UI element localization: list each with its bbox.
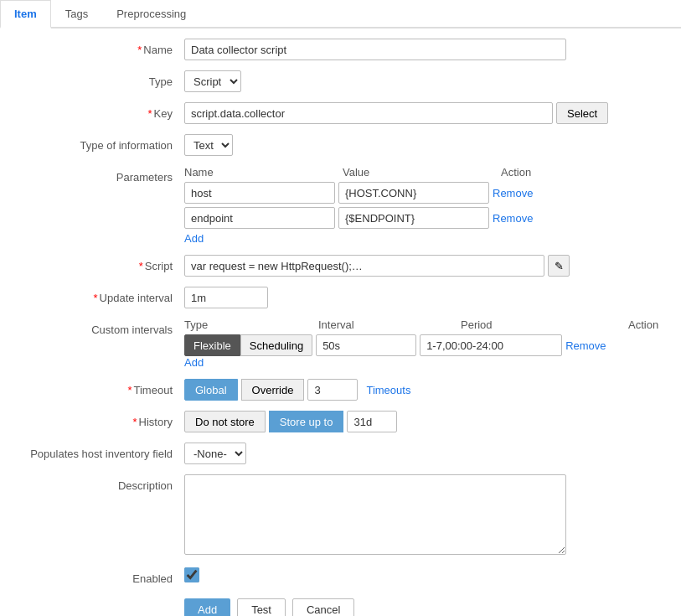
type-select[interactable]: Script <box>184 70 241 92</box>
timeout-row-inner: Global Override Timeouts <box>184 379 664 401</box>
key-row-inner: Select <box>184 102 664 124</box>
update-interval-required-star: * <box>93 292 97 304</box>
enabled-row: Enabled <box>17 567 664 585</box>
script-row-inner: ✎ <box>184 255 664 277</box>
key-select-button[interactable]: Select <box>556 102 608 124</box>
enabled-label: Enabled <box>17 567 184 585</box>
description-row: Description <box>17 474 664 557</box>
intervals-add-link: Add <box>184 356 664 369</box>
update-interval-input[interactable] <box>184 287 268 308</box>
interval-type-buttons: Flexible Scheduling <box>184 334 312 356</box>
key-required-star: * <box>148 107 152 120</box>
key-label: *Key <box>17 102 184 120</box>
parameters-label: Parameters <box>17 166 184 184</box>
params-col-name-header: Name <box>184 166 339 179</box>
update-interval-row: *Update interval <box>17 287 664 308</box>
enabled-content <box>184 567 664 585</box>
parameters-content: Name Value Action Remove Remove Add <box>184 166 664 245</box>
timeout-override-button[interactable]: Override <box>241 379 305 401</box>
key-input[interactable] <box>184 102 553 124</box>
param-value-1[interactable] <box>338 207 489 229</box>
script-content: ✎ <box>184 255 664 277</box>
type-of-information-row: Type of information Text <box>17 134 664 156</box>
history-content: Do not store Store up to <box>184 411 664 432</box>
update-interval-content <box>184 287 664 308</box>
bottom-buttons: Add Test Cancel <box>17 598 664 616</box>
params-col-action-header: Action <box>501 166 664 179</box>
interval-row-0: Flexible Scheduling Remove <box>184 334 664 356</box>
interval-period-input[interactable] <box>420 334 562 356</box>
description-textarea[interactable] <box>184 474 566 555</box>
interval-scheduling-button[interactable]: Scheduling <box>240 334 312 356</box>
interval-flexible-button[interactable]: Flexible <box>184 334 240 356</box>
tab-item[interactable]: Item <box>0 0 51 28</box>
param-name-1[interactable] <box>184 207 335 229</box>
script-row: *Script ✎ <box>17 255 664 277</box>
timeout-required-star: * <box>127 384 132 396</box>
timeouts-link[interactable]: Timeouts <box>366 384 410 396</box>
name-required-star: * <box>137 44 142 56</box>
description-label: Description <box>17 474 184 492</box>
param-remove-1[interactable]: Remove <box>493 212 533 225</box>
timeout-global-button[interactable]: Global <box>184 379 238 401</box>
params-col-value-header: Value <box>343 166 498 179</box>
timeout-row: *Timeout Global Override Timeouts <box>17 379 664 401</box>
name-row: *Name <box>17 39 664 60</box>
populates-host-inventory-select[interactable]: -None- <box>184 443 246 464</box>
add-button[interactable]: Add <box>184 598 230 616</box>
history-row: *History Do not store Store up to <box>17 411 664 432</box>
history-store-up-to-button[interactable]: Store up to <box>269 411 344 432</box>
param-name-0[interactable] <box>184 182 335 204</box>
param-value-0[interactable] <box>338 182 489 204</box>
intervals-col-period-header: Period <box>461 318 628 331</box>
script-input[interactable] <box>184 255 544 277</box>
test-button[interactable]: Test <box>237 598 286 616</box>
enabled-checkbox[interactable] <box>184 567 199 582</box>
description-content <box>184 474 664 557</box>
timeout-label: *Timeout <box>17 379 184 396</box>
type-of-information-content: Text <box>184 134 664 156</box>
name-label: *Name <box>17 39 184 56</box>
type-row: Type Script <box>17 70 664 92</box>
history-label: *History <box>17 411 184 428</box>
history-no-store-button[interactable]: Do not store <box>184 411 266 432</box>
interval-remove-0[interactable]: Remove <box>565 339 606 352</box>
tab-tags[interactable]: Tags <box>51 0 102 28</box>
tabs: Item Tags Preprocessing <box>0 0 681 28</box>
intervals-col-type-header: Type <box>184 318 318 331</box>
key-content: Select <box>184 102 664 124</box>
params-header: Name Value Action <box>184 166 664 179</box>
script-edit-button[interactable]: ✎ <box>548 255 570 277</box>
history-value-input[interactable] <box>347 411 397 432</box>
script-label: *Script <box>17 255 184 272</box>
parameters-row: Parameters Name Value Action Remove Remo… <box>17 166 664 245</box>
script-required-star: * <box>139 260 143 272</box>
form: *Name Type Script *Key Select Type of in… <box>0 28 681 616</box>
name-content <box>184 39 664 60</box>
param-row-0: Remove <box>184 182 664 204</box>
tab-preprocessing[interactable]: Preprocessing <box>102 0 200 28</box>
params-add-button[interactable]: Add <box>184 232 204 245</box>
custom-intervals-content: Type Interval Period Action Flexible Sch… <box>184 318 664 369</box>
history-required-star: * <box>132 416 137 428</box>
cancel-button[interactable]: Cancel <box>292 598 354 616</box>
timeout-value-input[interactable] <box>307 379 358 401</box>
interval-value-input[interactable] <box>316 334 416 356</box>
param-row-1: Remove <box>184 207 664 229</box>
timeout-content: Global Override Timeouts <box>184 379 664 401</box>
intervals-add-button[interactable]: Add <box>184 356 204 369</box>
type-label: Type <box>17 70 184 88</box>
populates-host-inventory-content: -None- <box>184 443 664 464</box>
type-of-information-label: Type of information <box>17 134 184 152</box>
type-content: Script <box>184 70 664 92</box>
type-of-information-select[interactable]: Text <box>184 134 233 156</box>
key-row: *Key Select <box>17 102 664 124</box>
custom-intervals-label: Custom intervals <box>17 318 184 336</box>
custom-intervals-row: Custom intervals Type Interval Period Ac… <box>17 318 664 369</box>
name-input[interactable] <box>184 39 566 60</box>
update-interval-label: *Update interval <box>17 287 184 304</box>
intervals-col-action-header: Action <box>628 318 664 331</box>
param-remove-0[interactable]: Remove <box>493 187 533 199</box>
intervals-col-interval-header: Interval <box>318 318 461 331</box>
intervals-header: Type Interval Period Action <box>184 318 664 331</box>
